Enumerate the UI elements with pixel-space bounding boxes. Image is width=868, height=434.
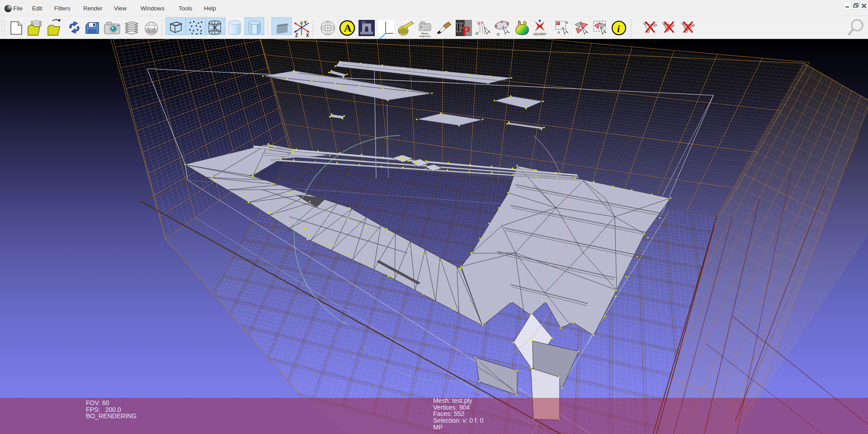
svg-text:Selection: v: 0 f: 0: Selection: v: 0 f: 0 <box>433 417 483 424</box>
svg-text:X: X <box>306 33 309 38</box>
svg-text:Faces: 552: Faces: 552 <box>433 410 464 417</box>
svg-text:GEOREF: GEOREF <box>533 33 547 36</box>
svg-text:A: A <box>344 22 352 34</box>
svg-text:Z: Z <box>295 33 298 38</box>
svg-text:Y: Y <box>304 20 307 25</box>
svg-text:MP: MP <box>433 424 443 431</box>
svg-text:BO_RENDERING: BO_RENDERING <box>86 412 137 420</box>
svg-text:i: i <box>617 23 620 34</box>
svg-text:Alignment: Alignment <box>420 35 431 37</box>
svg-text:P: P <box>462 23 470 38</box>
svg-text:FOV: 60: FOV: 60 <box>86 399 109 406</box>
svg-text:Mesh: test.ply: Mesh: test.ply <box>433 397 472 404</box>
